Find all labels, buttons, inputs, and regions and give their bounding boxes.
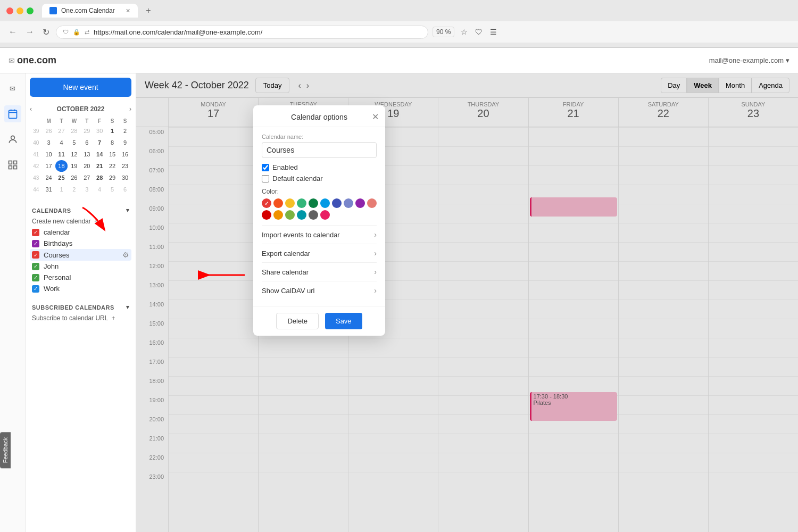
day-cell[interactable] bbox=[259, 376, 348, 395]
new-tab-button[interactable]: + bbox=[142, 4, 155, 17]
day-cell[interactable] bbox=[348, 338, 438, 357]
day-cell[interactable] bbox=[709, 434, 798, 453]
shield-toolbar-icon[interactable]: 🛡 bbox=[473, 26, 485, 38]
day-cell[interactable] bbox=[529, 146, 618, 165]
day-cell[interactable] bbox=[438, 376, 528, 395]
day-cell[interactable] bbox=[529, 472, 618, 491]
calendar-sidebar-icon[interactable] bbox=[4, 105, 21, 122]
day-cell[interactable] bbox=[259, 414, 348, 434]
day-cell[interactable] bbox=[709, 357, 798, 376]
view-btn-month[interactable]: Month bbox=[719, 78, 752, 93]
url-input[interactable] bbox=[94, 28, 421, 36]
day-cell[interactable] bbox=[348, 376, 438, 395]
cal-checkbox-calendar[interactable]: ✓ bbox=[32, 229, 39, 236]
day-cell[interactable] bbox=[169, 300, 258, 319]
day-cell[interactable] bbox=[619, 204, 708, 223]
day-cell[interactable] bbox=[259, 395, 348, 414]
cal-checkbox-john[interactable]: ✓ bbox=[32, 263, 39, 270]
day-cell[interactable] bbox=[619, 280, 708, 300]
day-cell[interactable] bbox=[438, 434, 528, 453]
dot-red[interactable] bbox=[6, 7, 13, 14]
subscribed-collapse-icon[interactable]: ▾ bbox=[126, 304, 130, 311]
day-cell[interactable] bbox=[438, 319, 528, 338]
mini-cal-day[interactable]: 19 bbox=[68, 160, 80, 172]
delete-button[interactable]: Delete bbox=[276, 313, 319, 329]
contacts-sidebar-icon[interactable] bbox=[4, 131, 21, 148]
day-cell[interactable] bbox=[169, 414, 258, 434]
view-btn-week[interactable]: Week bbox=[687, 78, 719, 93]
mini-cal-day[interactable]: 30 bbox=[119, 172, 131, 184]
mini-cal-day[interactable]: 7 bbox=[93, 137, 106, 148]
cal-gear-icon[interactable]: ⚙ bbox=[122, 251, 129, 259]
mini-cal-day[interactable]: 18 bbox=[55, 160, 68, 172]
menu-item-import[interactable]: Import events to calendar› bbox=[262, 225, 377, 244]
day-cell[interactable] bbox=[619, 453, 708, 472]
day-cell[interactable] bbox=[529, 261, 618, 280]
mini-cal-day[interactable]: 4 bbox=[93, 184, 106, 195]
mini-cal-day[interactable]: 27 bbox=[55, 125, 68, 137]
color-swatch[interactable] bbox=[344, 198, 353, 208]
menu-icon[interactable]: ☰ bbox=[488, 26, 499, 38]
color-swatch[interactable] bbox=[367, 198, 377, 208]
view-btn-agenda[interactable]: Agenda bbox=[752, 78, 789, 93]
day-cell[interactable] bbox=[169, 338, 258, 357]
browser-tab[interactable]: One.com Calendar ✕ bbox=[42, 4, 138, 18]
mini-cal-day[interactable]: 9 bbox=[119, 137, 131, 148]
day-cell[interactable] bbox=[438, 185, 528, 204]
color-swatch[interactable] bbox=[262, 210, 271, 220]
color-swatch[interactable] bbox=[297, 210, 306, 220]
new-event-button[interactable]: New event bbox=[30, 78, 131, 97]
day-cell[interactable] bbox=[169, 357, 258, 376]
day-cell[interactable] bbox=[529, 357, 618, 376]
day-cell[interactable] bbox=[169, 472, 258, 491]
day-cell[interactable] bbox=[619, 414, 708, 434]
dot-green[interactable] bbox=[27, 7, 34, 14]
day-cell[interactable] bbox=[438, 453, 528, 472]
day-cell[interactable] bbox=[619, 223, 708, 242]
day-cell[interactable] bbox=[619, 165, 708, 185]
back-button[interactable]: ← bbox=[6, 25, 19, 39]
day-cell[interactable] bbox=[529, 453, 618, 472]
day-cell[interactable] bbox=[169, 146, 258, 165]
day-cell[interactable] bbox=[169, 223, 258, 242]
day-cell[interactable] bbox=[529, 165, 618, 185]
day-cell[interactable] bbox=[709, 204, 798, 223]
day-cell[interactable] bbox=[259, 453, 348, 472]
mini-cal-day[interactable]: 10 bbox=[43, 148, 55, 160]
dialog-close-button[interactable]: ✕ bbox=[372, 112, 379, 122]
day-cell[interactable] bbox=[169, 242, 258, 261]
next-week-button[interactable]: › bbox=[304, 79, 311, 93]
color-swatch[interactable] bbox=[309, 210, 318, 220]
calendars-collapse-icon[interactable]: ▾ bbox=[126, 207, 130, 214]
day-cell[interactable] bbox=[438, 204, 528, 223]
mini-cal-day[interactable]: 2 bbox=[68, 184, 80, 195]
day-col-6[interactable] bbox=[708, 127, 798, 532]
event-block[interactable]: 17:30 - 18:30 Pilates bbox=[530, 392, 617, 421]
color-swatch[interactable] bbox=[273, 210, 283, 220]
mini-cal-day[interactable]: 12 bbox=[68, 148, 80, 160]
day-cell[interactable] bbox=[529, 434, 618, 453]
day-cell[interactable] bbox=[259, 434, 348, 453]
mini-cal-day[interactable]: 26 bbox=[68, 172, 80, 184]
menu-item-caldav[interactable]: Show CalDAV url› bbox=[262, 281, 377, 300]
mini-cal-day[interactable]: 28 bbox=[68, 125, 80, 137]
mini-cal-next[interactable]: › bbox=[129, 105, 131, 113]
reload-button[interactable]: ↻ bbox=[40, 25, 52, 39]
day-cell[interactable] bbox=[438, 472, 528, 491]
today-button[interactable]: Today bbox=[255, 78, 290, 93]
mini-cal-day[interactable]: 5 bbox=[68, 137, 80, 148]
day-cell[interactable] bbox=[348, 453, 438, 472]
day-cell[interactable] bbox=[709, 165, 798, 185]
mini-cal-day[interactable]: 22 bbox=[106, 160, 119, 172]
day-cell[interactable] bbox=[529, 300, 618, 319]
color-swatch[interactable] bbox=[309, 198, 318, 208]
calendar-item-work[interactable]: ✓Work bbox=[30, 283, 131, 294]
user-dropdown-icon[interactable]: ▾ bbox=[786, 56, 789, 64]
day-cell[interactable] bbox=[619, 242, 708, 261]
mini-cal-day[interactable]: 13 bbox=[80, 148, 93, 160]
mail-sidebar-icon[interactable]: ✉ bbox=[4, 80, 21, 97]
day-cell[interactable] bbox=[169, 319, 258, 338]
day-cell[interactable] bbox=[709, 376, 798, 395]
day-cell[interactable] bbox=[619, 338, 708, 357]
calendar-item-personal[interactable]: ✓Personal bbox=[30, 272, 131, 283]
